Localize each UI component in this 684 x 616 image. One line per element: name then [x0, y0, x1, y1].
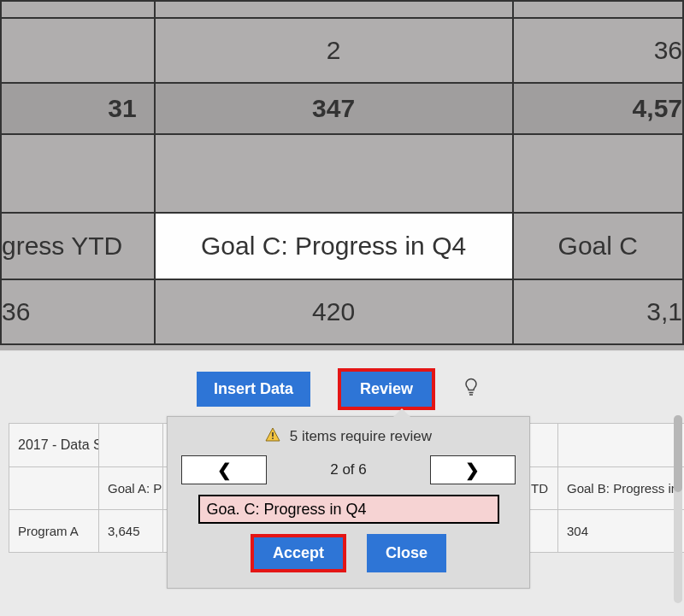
cell: 36	[1, 279, 155, 344]
insert-data-button[interactable]: Insert Data	[197, 372, 310, 407]
review-button-highlight: Review	[338, 368, 435, 410]
accept-button-highlight: Accept	[251, 534, 346, 572]
scrollbar-thumb[interactable]	[674, 415, 682, 492]
snapshot-title: 2017 - Data Snapshot	[9, 424, 99, 467]
source-spreadsheet-preview: 2 36 31 347 4,57 gress YTD Goal C: Progr…	[0, 0, 684, 350]
header-cell: gress YTD	[1, 213, 155, 279]
review-counter: 2 of 6	[330, 461, 367, 478]
cell: 36	[513, 18, 683, 83]
review-popup: 5 items require review ❮ 2 of 6 ❯ Accept…	[167, 416, 530, 589]
lightbulb-icon[interactable]	[463, 378, 480, 402]
scrollbar[interactable]	[674, 415, 682, 603]
accept-button[interactable]: Accept	[254, 537, 343, 569]
review-message: 5 items require review	[290, 428, 432, 444]
close-button[interactable]: Close	[367, 534, 446, 572]
cell-total: 31	[1, 83, 155, 134]
cell: 3,1	[513, 279, 683, 344]
col-header: Goal B: Progress in	[558, 467, 685, 510]
prev-button[interactable]: ❮	[181, 455, 267, 484]
cell: 3,645	[99, 510, 163, 553]
svg-rect-1	[272, 437, 274, 439]
cell: 2	[155, 18, 513, 83]
data-from-picture-panel: Insert Data Review 2017 - Data Snapshot …	[0, 350, 684, 616]
svg-rect-0	[272, 432, 274, 437]
header-cell: Goal C	[513, 213, 683, 279]
header-cell-active: Goal C: Progress in Q4	[155, 213, 513, 279]
popup-arrow	[393, 408, 410, 417]
next-button[interactable]: ❯	[430, 455, 516, 484]
warning-icon	[265, 427, 280, 447]
review-button[interactable]: Review	[341, 372, 432, 407]
col-header: Goal A: P	[99, 467, 163, 510]
cell-total: 347	[155, 83, 513, 134]
toolbar: Insert Data Review	[197, 355, 480, 410]
row-header: Program A	[9, 510, 99, 553]
cell: 304	[558, 510, 685, 553]
review-value-input[interactable]	[198, 495, 499, 524]
cell: 420	[155, 279, 513, 344]
cell	[1, 18, 155, 83]
cell-total: 4,57	[513, 83, 683, 134]
